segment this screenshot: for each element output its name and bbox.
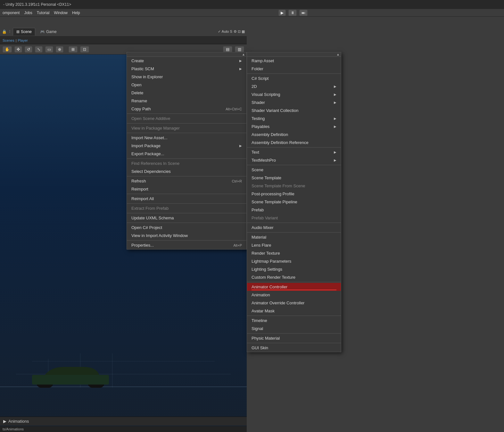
move-tool[interactable]: ✜ — [14, 46, 22, 53]
menu-item-create[interactable]: Create ▶ — [127, 57, 246, 65]
menu-item-update-uxml[interactable]: Update UXML Schema — [127, 214, 246, 222]
menu-item-tutorial[interactable]: Tutorial — [37, 11, 50, 15]
menu-item-extract-from-prefab: Extract From Prefab — [127, 204, 246, 212]
layout-button[interactable]: ▥ — [235, 46, 244, 53]
layers-button[interactable]: ▤ — [223, 46, 232, 53]
animations-panel: ▶ Animations — [0, 417, 247, 426]
right-menu-custom-render-texture[interactable]: Custom Render Texture — [247, 273, 341, 281]
step-button[interactable]: ⏭ — [299, 10, 308, 16]
pivot-button[interactable]: ⊞ — [69, 46, 78, 53]
menu-item-reimport[interactable]: Reimport — [127, 185, 246, 193]
right-menu-playables[interactable]: Playables ▶ — [247, 123, 341, 131]
tab-scene[interactable]: ⊞ Scene — [13, 28, 35, 36]
gizmo-icons: ⚙ ⊡ ▦ — [234, 30, 245, 34]
right-menu-scene[interactable]: Scene — [247, 166, 341, 174]
right-menu-shader[interactable]: Shader ▶ — [247, 98, 341, 106]
right-menu-material[interactable]: Material — [247, 233, 341, 241]
menu-item-open[interactable]: Open — [127, 81, 246, 89]
tab-game[interactable]: 🎮 Game — [37, 28, 60, 36]
right-menu-visual-scripting[interactable]: Visual Scripting ▶ — [247, 90, 341, 98]
right-menu-scene-template[interactable]: Scene Template — [247, 174, 341, 182]
right-menu-lens-flare[interactable]: Lens Flare — [247, 241, 341, 249]
triangle-icon: ▶ — [3, 419, 6, 424]
right-menu-gui-skin[interactable]: GUI Skin — [247, 344, 341, 352]
right-menu-animator-override[interactable]: Animator Override Controller — [247, 299, 341, 307]
menu-item-component[interactable]: omponent — [3, 11, 20, 15]
menu-item-reimport-all[interactable]: Reimport All — [127, 195, 246, 203]
breadcrumb-scenes[interactable]: Scenes — [3, 38, 14, 42]
separator-6 — [127, 194, 246, 194]
right-menu-animator-controller[interactable]: Animator Controller — [247, 283, 341, 291]
right-menu-animation[interactable]: Animation — [247, 291, 341, 299]
right-menu-signal[interactable]: Signal — [247, 325, 341, 333]
menu-item-import-package[interactable]: Import Package ▶ — [127, 142, 246, 150]
menu-item-copy-path[interactable]: Copy Path Alt+Ctrl+C — [127, 105, 246, 113]
menu-item-delete[interactable]: Delete — [127, 89, 246, 97]
animations-label: ▶ Animations — [3, 419, 244, 424]
menu-item-view-import-activity[interactable]: View in Import Activity Window — [127, 232, 246, 240]
menu-item-refresh[interactable]: Refresh Ctrl+R — [127, 177, 246, 185]
right-menu-prefab-variant: Prefab Variant — [247, 214, 341, 222]
global-button[interactable]: ⊡ — [80, 46, 89, 53]
more-options-icon[interactable]: ⋮ — [8, 30, 12, 34]
breadcrumb-player[interactable]: Player — [18, 38, 28, 42]
lock-icon[interactable]: 🔒 — [2, 30, 7, 34]
right-menu-scene-template-pipeline[interactable]: Scene Template Pipeline — [247, 198, 341, 206]
menu-item-view-package-manager: View in Package Manager — [127, 124, 246, 132]
bottom-path: ts/Animations — [3, 427, 24, 431]
hand-tool[interactable]: ✋ — [3, 46, 12, 53]
scale-tool[interactable]: ⤡ — [35, 46, 43, 53]
right-menu-shader-variant[interactable]: Shader Variant Collection — [247, 106, 341, 114]
play-button[interactable]: ▶ — [278, 10, 286, 16]
right-menu-lightmap-params[interactable]: Lightmap Parameters — [247, 257, 341, 265]
right-menu-post-processing[interactable]: Post-processing Profile — [247, 190, 341, 198]
svg-rect-2 — [32, 375, 109, 385]
auto-save-label: ✓ Auto S — [218, 30, 232, 34]
right-menu-2d[interactable]: 2D ▶ — [247, 82, 341, 90]
right-menu-timeline[interactable]: Timeline — [247, 317, 341, 325]
right-menu-text[interactable]: Text ▶ — [247, 148, 341, 156]
transform-tool[interactable]: ⊕ — [56, 46, 63, 53]
menu-item-rename[interactable]: Rename — [127, 97, 246, 105]
separator-8 — [127, 213, 246, 213]
bottom-path-bar: ts/Animations — [0, 426, 247, 432]
right-menu-lighting-settings[interactable]: Lighting Settings — [247, 265, 341, 273]
right-menu-assembly-def[interactable]: Assembly Definition — [247, 131, 341, 139]
right-sep-5 — [247, 232, 341, 233]
car-silhouette — [26, 362, 115, 388]
right-menu-assembly-def-ref[interactable]: Assembly Definition Reference — [247, 139, 341, 147]
right-scroll-up-arrow[interactable]: ▲ — [247, 52, 341, 57]
right-menu-avatar-mask[interactable]: Avatar Mask — [247, 307, 341, 315]
right-menu-physic-material[interactable]: Physic Material — [247, 334, 341, 342]
separator-4 — [127, 158, 246, 159]
menu-item-open-csharp[interactable]: Open C# Project — [127, 224, 246, 232]
menu-item-select-dependencies[interactable]: Select Dependencies — [127, 167, 246, 175]
menu-item-export-package[interactable]: Export Package... — [127, 150, 246, 158]
separator-3 — [127, 133, 246, 133]
title-bar: - Unity 2021.3.19f1c1 Personal <DX11> — [0, 0, 504, 9]
menu-item-help[interactable]: Help — [72, 11, 80, 15]
right-menu-audio-mixer[interactable]: Audio Mixer — [247, 224, 341, 232]
scroll-up-arrow[interactable]: ▲ — [127, 52, 246, 57]
right-menu-prefab[interactable]: Prefab — [247, 206, 341, 214]
right-menu-render-texture[interactable]: Render Texture — [247, 249, 341, 257]
right-sep-3 — [247, 165, 341, 165]
right-sep-8 — [247, 333, 341, 334]
rect-tool[interactable]: ▭ — [45, 46, 53, 53]
menu-item-window[interactable]: Window — [54, 11, 68, 15]
scene-tab-bar: 🔒 ⋮ ⊞ Scene 🎮 Game ✓ Auto S ⚙ ⊡ ▦ — [0, 27, 247, 37]
pause-button[interactable]: ⏸ — [288, 10, 297, 16]
right-menu-testing[interactable]: Testing ▶ — [247, 114, 341, 123]
right-menu-csharp-script[interactable]: C# Script — [247, 74, 341, 82]
tab-scene-label: Scene — [21, 30, 32, 34]
menu-item-jobs[interactable]: Jobs — [24, 11, 32, 15]
right-menu-textmeshpro[interactable]: TextMeshPro ▶ — [247, 156, 341, 164]
menu-item-show-in-explorer[interactable]: Show in Explorer — [127, 73, 246, 81]
menu-item-plastic-scm[interactable]: Plastic SCM ▶ — [127, 65, 246, 73]
menu-item-import-new-asset[interactable]: Import New Asset... — [127, 134, 246, 142]
rotate-tool[interactable]: ↺ — [25, 46, 32, 53]
menu-item-properties[interactable]: Properties... Alt+P — [127, 241, 246, 249]
menu-bar: omponent Jobs Tutorial Window Help ▶ ⏸ ⏭ — [0, 9, 504, 17]
right-menu-folder[interactable]: Folder — [247, 65, 341, 73]
right-menu-ramp-asset[interactable]: Ramp Asset — [247, 57, 341, 65]
